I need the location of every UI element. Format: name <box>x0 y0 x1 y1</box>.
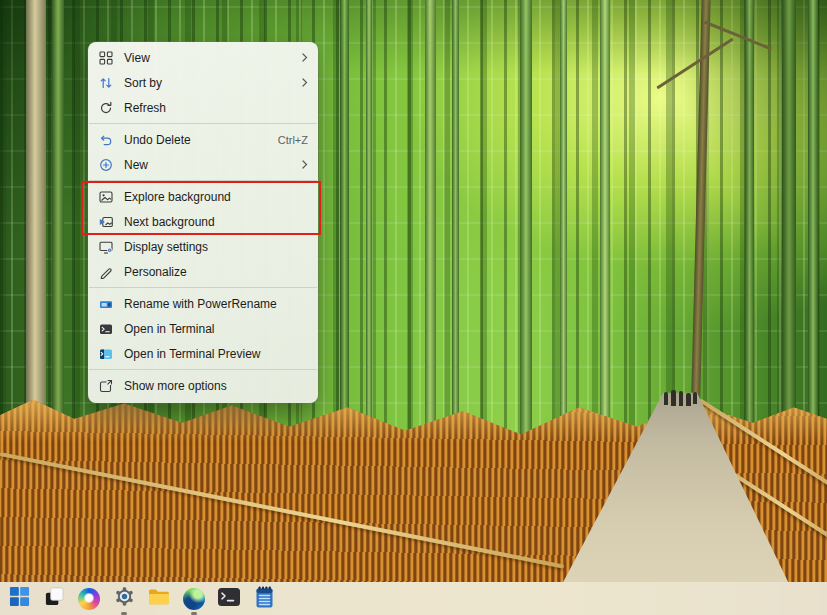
menu-item-label: Personalize <box>124 265 308 279</box>
menu-item-label: Explore background <box>124 190 308 204</box>
taskbar-notepad-button[interactable] <box>252 587 276 611</box>
powerrename-icon <box>98 296 113 311</box>
taskbar-settings-button[interactable] <box>112 587 136 611</box>
desktop-screen: View Sort by Refresh Undo Delete Ctrl+Z <box>0 0 827 615</box>
folder-icon <box>148 588 170 610</box>
menu-item-undo-delete[interactable]: Undo Delete Ctrl+Z <box>88 127 318 152</box>
menu-item-view[interactable]: View <box>88 45 318 70</box>
menu-item-explore-background[interactable]: Explore background <box>88 184 318 209</box>
taskbar-file-explorer-button[interactable] <box>147 587 171 611</box>
menu-item-label: Refresh <box>124 101 308 115</box>
context-menu: View Sort by Refresh Undo Delete Ctrl+Z <box>88 42 318 403</box>
menu-item-open-in-terminal-preview[interactable]: Open in Terminal Preview <box>88 341 318 366</box>
new-plus-icon <box>98 157 113 172</box>
menu-item-label: Sort by <box>124 76 294 90</box>
chevron-right-icon <box>302 53 308 62</box>
menu-item-personalize[interactable]: Personalize <box>88 259 318 284</box>
menu-item-label: Display settings <box>124 240 308 254</box>
sort-arrows-icon <box>98 75 113 90</box>
running-indicator <box>191 612 197 615</box>
task-view-icon <box>44 586 65 611</box>
show-more-icon <box>98 378 113 393</box>
menu-item-open-in-terminal[interactable]: Open in Terminal <box>88 316 318 341</box>
menu-item-label: View <box>124 51 294 65</box>
terminal-icon <box>218 588 240 610</box>
menu-item-sort-by[interactable]: Sort by <box>88 70 318 95</box>
menu-item-label: Next background <box>124 215 308 229</box>
menu-item-refresh[interactable]: Refresh <box>88 95 318 120</box>
taskbar-copilot-button[interactable] <box>77 587 101 611</box>
menu-item-rename-with-powerrename[interactable]: Rename with PowerRename <box>88 291 318 316</box>
chevron-right-icon <box>302 78 308 87</box>
notepad-icon <box>256 586 273 612</box>
terminal-icon <box>98 321 113 336</box>
next-image-icon <box>98 214 113 229</box>
undo-icon <box>98 132 113 147</box>
menu-item-label: Undo Delete <box>124 133 270 147</box>
menu-item-new[interactable]: New <box>88 152 318 177</box>
personalize-brush-icon <box>98 264 113 279</box>
taskbar <box>0 582 827 615</box>
taskbar-task-view-button[interactable] <box>42 587 66 611</box>
taskbar-terminal-button[interactable] <box>217 587 241 611</box>
copilot-icon <box>78 588 100 610</box>
menu-item-shortcut: Ctrl+Z <box>278 134 308 146</box>
taskbar-edge-button[interactable] <box>182 587 206 611</box>
menu-separator <box>89 287 317 288</box>
person-silhouette <box>664 392 668 405</box>
menu-item-label: New <box>124 158 294 172</box>
edge-browser-icon <box>183 588 205 610</box>
menu-item-label: Open in Terminal <box>124 322 308 336</box>
menu-item-label: Show more options <box>124 379 308 393</box>
person-silhouette <box>671 390 676 406</box>
chevron-right-icon <box>302 160 308 169</box>
running-indicator <box>121 612 127 615</box>
refresh-icon <box>98 100 113 115</box>
menu-item-label: Rename with PowerRename <box>124 297 308 311</box>
settings-gear-icon <box>114 586 135 611</box>
person-silhouette <box>693 392 697 404</box>
person-silhouette <box>686 393 691 406</box>
taskbar-start-button[interactable] <box>7 587 31 611</box>
person-silhouette <box>679 391 683 406</box>
menu-item-label: Open in Terminal Preview <box>124 347 308 361</box>
menu-item-show-more-options[interactable]: Show more options <box>88 373 318 398</box>
image-icon <box>98 189 113 204</box>
display-settings-icon <box>98 239 113 254</box>
menu-separator <box>89 180 317 181</box>
terminal-preview-icon <box>98 346 113 361</box>
menu-separator <box>89 369 317 370</box>
menu-separator <box>89 123 317 124</box>
menu-item-next-background[interactable]: Next background <box>88 209 318 234</box>
windows-start-icon <box>9 586 30 611</box>
menu-item-display-settings[interactable]: Display settings <box>88 234 318 259</box>
view-grid-icon <box>98 50 113 65</box>
